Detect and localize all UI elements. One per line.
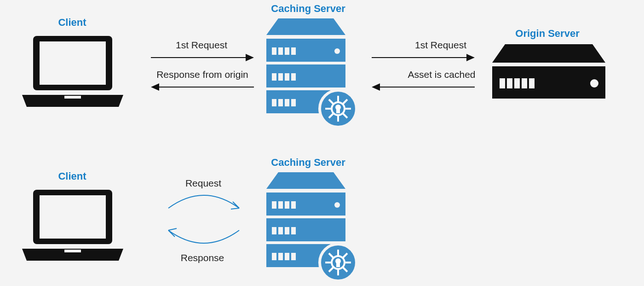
svg-rect-15 bbox=[272, 99, 276, 106]
arrow-resp1-left-icon bbox=[151, 83, 254, 91]
origin-server-icon bbox=[491, 44, 606, 104]
svg-rect-60 bbox=[291, 253, 296, 260]
svg-rect-36 bbox=[529, 78, 535, 88]
label-req1-left: 1st Request bbox=[165, 40, 238, 51]
svg-rect-12 bbox=[278, 73, 283, 81]
svg-rect-55 bbox=[285, 227, 289, 234]
svg-point-52 bbox=[334, 202, 340, 208]
svg-rect-17 bbox=[285, 99, 289, 106]
svg-rect-59 bbox=[285, 253, 289, 260]
client-laptop-bottom-icon bbox=[20, 187, 125, 265]
svg-rect-57 bbox=[272, 253, 276, 260]
svg-rect-43 bbox=[40, 195, 106, 239]
svg-rect-45 bbox=[266, 193, 345, 216]
svg-rect-44 bbox=[64, 250, 81, 252]
svg-rect-48 bbox=[272, 201, 276, 209]
svg-rect-46 bbox=[266, 218, 345, 241]
svg-rect-30 bbox=[336, 109, 340, 113]
svg-rect-35 bbox=[522, 78, 527, 88]
title-client-top: Client bbox=[54, 17, 91, 29]
svg-rect-13 bbox=[285, 73, 289, 81]
svg-rect-32 bbox=[500, 78, 505, 88]
svg-rect-56 bbox=[291, 227, 296, 234]
svg-rect-11 bbox=[272, 73, 276, 81]
svg-rect-53 bbox=[272, 227, 276, 234]
label-resp1-left: Response from origin bbox=[151, 69, 254, 80]
client-laptop-top-icon bbox=[20, 33, 125, 111]
label-resp2: Response bbox=[170, 252, 235, 263]
svg-rect-6 bbox=[272, 47, 276, 55]
svg-rect-1 bbox=[40, 41, 106, 85]
svg-rect-3 bbox=[266, 39, 345, 62]
title-caching-bottom: Caching Server bbox=[267, 157, 350, 169]
svg-rect-4 bbox=[266, 64, 345, 88]
svg-rect-54 bbox=[278, 227, 283, 234]
svg-rect-9 bbox=[291, 47, 296, 55]
svg-rect-18 bbox=[291, 99, 296, 106]
arrow-req1-left-icon bbox=[151, 53, 254, 62]
svg-rect-72 bbox=[336, 263, 340, 267]
label-req1-right: 1st Request bbox=[404, 40, 477, 51]
svg-rect-58 bbox=[278, 253, 283, 260]
svg-rect-51 bbox=[291, 201, 296, 209]
caching-server-bottom-icon bbox=[264, 172, 361, 283]
svg-rect-2 bbox=[64, 96, 81, 99]
label-req2: Request bbox=[171, 178, 236, 189]
svg-rect-8 bbox=[285, 47, 289, 55]
title-client-bottom: Client bbox=[54, 170, 91, 182]
title-origin: Origin Server bbox=[511, 28, 584, 40]
svg-rect-7 bbox=[278, 47, 283, 55]
cycle-arrows-icon bbox=[160, 189, 247, 249]
arrow-resp1-right-icon bbox=[372, 83, 475, 91]
caching-server-top-icon bbox=[264, 18, 361, 129]
arrow-req1-right-icon bbox=[372, 53, 475, 62]
svg-rect-34 bbox=[514, 78, 520, 88]
svg-rect-50 bbox=[285, 201, 289, 209]
svg-rect-33 bbox=[507, 78, 512, 88]
svg-point-10 bbox=[334, 48, 340, 54]
title-caching-top: Caching Server bbox=[267, 3, 350, 15]
label-resp1-right: Asset is cached bbox=[400, 69, 483, 80]
svg-point-37 bbox=[590, 79, 598, 88]
svg-rect-16 bbox=[278, 99, 283, 106]
svg-rect-14 bbox=[291, 73, 296, 81]
svg-rect-49 bbox=[278, 201, 283, 209]
